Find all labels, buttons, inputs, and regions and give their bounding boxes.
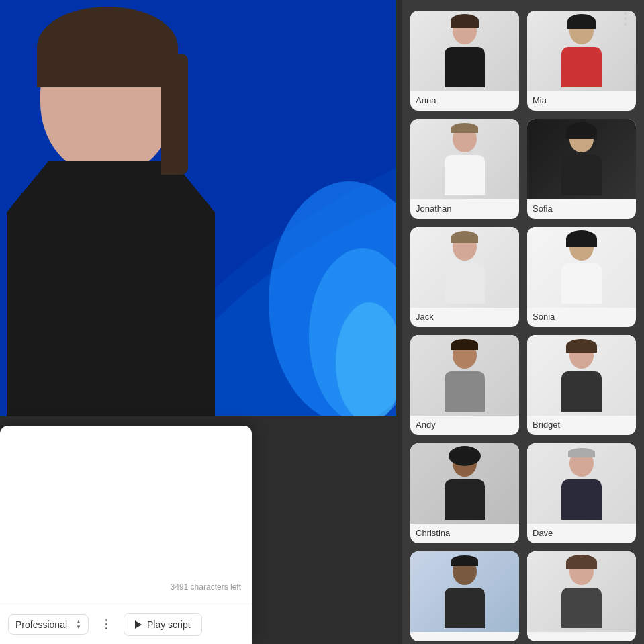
script-footer: Professional ▲ ▼ Play script [0,604,252,644]
avatar-figure-partial2 [555,558,608,632]
avatar-img-christina [410,443,519,524]
avatar-hair-jack [451,231,478,243]
top-menu[interactable] [620,8,631,30]
dot1 [624,12,627,15]
avatar-head-sofia [569,126,594,152]
avatar-figure-anna [438,17,492,91]
avatar-figure-jonathan [438,126,492,199]
avatar-figure-sofia [555,126,608,199]
avatar-hair-jonathan [451,123,478,133]
avatar-body-mia [561,47,602,87]
avatar-head-bridget [569,342,594,369]
avatar-card-partial1[interactable] [410,551,519,641]
avatar-figure-bridget [555,342,608,416]
avatar-card-anna[interactable]: Anna [410,11,519,111]
avatar-name-sofia: Sofia [527,199,636,219]
avatar-name-mia: Mia [527,91,636,111]
avatar-img-partial2 [527,551,636,632]
avatar-img-partial1 [410,551,519,632]
more-dot-3 [105,627,107,629]
avatar-name-jonathan: Jonathan [410,199,519,219]
hair-element [37,7,178,87]
avatar-hair-mia [567,14,596,29]
avatar-img-sofia [527,119,636,199]
dot3 [624,23,627,26]
avatar-figure-sonia [555,234,608,308]
avatar-img-anna [410,11,519,91]
avatar-head-sonia [569,234,594,261]
avatar-head-anna [453,17,477,44]
avatar-body-bridget [561,371,602,412]
avatar-head-dave [569,450,594,477]
avatar-name-jack: Jack [410,308,519,327]
avatar-preview-area [0,0,396,416]
avatar-person [0,0,396,416]
avatar-name-partial1 [410,632,519,641]
avatar-card-andy[interactable]: Andy [410,335,519,435]
avatar-hair-partial1 [451,555,478,566]
avatar-name-christina: Christina [410,524,519,543]
script-content-area: 3491 characters left [0,426,252,597]
avatar-card-jack[interactable]: Jack [410,227,519,327]
avatar-figure-partial1 [438,558,492,632]
avatar-hair-bridget [566,339,597,353]
avatar-body-partial1 [445,588,485,628]
avatars-sidebar: AnnaMiaJonathanSofiaJackSoniaAndyBridget… [402,0,644,644]
avatar-name-partial2 [527,632,636,641]
avatar-figure-dave [555,450,608,524]
play-icon [135,620,142,629]
avatar-name-sonia: Sonia [527,308,636,327]
avatar-card-christina[interactable]: Christina [410,443,519,543]
play-script-label: Play script [147,619,191,630]
avatar-head-partial2 [569,558,594,585]
dot2 [624,17,627,20]
avatar-figure-christina [438,450,492,524]
avatar-img-jack [410,227,519,308]
avatar-hair-anna [451,14,479,28]
style-selector[interactable]: Professional ▲ ▼ [8,614,89,635]
avatar-head-christina [453,450,477,477]
avatar-card-sofia[interactable]: Sofia [527,119,636,219]
avatar-card-bridget[interactable]: Bridget [527,335,636,435]
avatar-name-anna: Anna [410,91,519,111]
avatar-img-dave [527,443,636,524]
more-options-button[interactable] [620,8,631,30]
style-label: Professional [15,619,67,630]
avatar-img-jonathan [410,119,519,199]
script-panel: 3491 characters left Professional ▲ ▼ Pl… [0,426,252,644]
hair-side [161,54,188,175]
avatar-card-dave[interactable]: Dave [527,443,636,543]
avatar-img-bridget [527,335,636,416]
avatar-card-partial2[interactable] [527,551,636,641]
avatar-figure-jack [438,234,492,308]
more-dot-1 [105,619,107,621]
avatar-img-sonia [527,227,636,308]
avatar-name-bridget: Bridget [527,416,636,435]
chevron-down-icon: ▼ [76,625,81,630]
avatar-head-andy [453,342,477,369]
avatar-card-jonathan[interactable]: Jonathan [410,119,519,219]
avatar-hair-sonia [566,230,597,247]
avatar-head-jonathan [453,126,477,152]
avatar-body-christina [445,479,485,520]
avatar-body-partial2 [561,588,602,628]
avatar-body-andy [445,371,485,412]
person-silhouette [0,0,242,416]
avatar-hair-andy [451,339,478,350]
avatar-figure-andy [438,342,492,416]
avatar-hair-dave [568,448,595,457]
script-more-options-button[interactable] [95,614,117,635]
avatar-card-sonia[interactable]: Sonia [527,227,636,327]
avatar-head-mia [569,17,594,44]
char-count: 3491 characters left [171,582,241,592]
more-dot-2 [105,623,107,625]
avatar-img-andy [410,335,519,416]
avatar-body-jonathan [445,155,485,195]
play-script-button[interactable]: Play script [124,613,202,636]
avatar-name-dave: Dave [527,524,636,543]
body-element [7,161,215,416]
avatar-figure-mia [555,17,608,91]
chevrons-icon: ▲ ▼ [76,619,81,630]
avatar-name-andy: Andy [410,416,519,435]
avatar-hair-christina [449,446,481,466]
